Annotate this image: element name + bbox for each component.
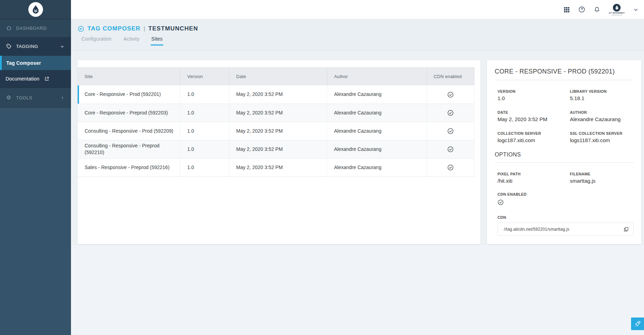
column-header: Author <box>327 67 427 85</box>
sidebar-item-dashboard[interactable]: DASHBOARD <box>0 19 71 37</box>
sidebar-filler <box>0 108 71 111</box>
column-header: CDN enabled <box>427 67 474 85</box>
check-circle-icon <box>447 110 454 116</box>
detail-field: PIXEL PATH /hit.xiti <box>498 172 570 184</box>
options-fields: PIXEL PATH /hit.xiti FILENAME smarttag.j… <box>495 163 634 184</box>
detail-field-value: 1.0 <box>498 95 570 101</box>
sidebar-item-label: Tag Composer <box>6 60 41 66</box>
detail-field: VERSION 1.0 <box>498 89 570 101</box>
sidebar-item-tools[interactable]: ⚙ TOOLS <box>0 88 71 108</box>
detail-field: LIBRARY VERSION 5.18.1 <box>570 89 634 101</box>
table-row[interactable]: Consulting - Responsive - Prod (592209) … <box>78 122 474 140</box>
sidebar-item-label: TOOLS <box>16 95 33 100</box>
tab-configuration[interactable]: Configuration <box>81 36 112 46</box>
apps-grid-icon[interactable] <box>563 6 570 13</box>
detail-field-label: SSL COLLECTION SERVER <box>570 131 634 135</box>
title-row: TAG COMPOSER | TESTMUNCHEN <box>71 19 644 32</box>
detail-field-label: FILENAME <box>570 172 634 176</box>
check-circle-icon <box>447 146 454 153</box>
chevron-down-icon <box>59 44 65 49</box>
detail-field-label: COLLECTION SERVER <box>498 131 570 135</box>
rocket-icon <box>634 320 641 327</box>
cdn-url-field[interactable]: //tag.aticdn.net/592201/smarttag.js <box>498 223 634 236</box>
tab-activity[interactable]: Activity <box>123 36 140 46</box>
cdn-block: CDN //tag.aticdn.net/592201/smarttag.js <box>495 215 634 236</box>
cdn-enabled-label: CDN ENABLED <box>498 192 634 196</box>
table-row[interactable]: Consulting - Responsive - Preprod (59221… <box>78 140 474 158</box>
chevron-down-icon[interactable] <box>633 7 638 12</box>
tag-icon <box>6 43 12 49</box>
sites-table: SiteVersionDateAuthorCDN enabled Core - … <box>78 67 474 177</box>
page-title-app[interactable]: TAG COMPOSER <box>87 25 141 32</box>
sites-table-body: Core - Responsive - Prod (592201) 1.0 Ma… <box>78 85 474 176</box>
table-row[interactable]: Core - Responsive - Preprod (592203) 1.0… <box>78 104 474 122</box>
detail-field: DATE May 2, 2020 3:52 PM <box>498 110 570 122</box>
check-circle-icon <box>498 199 504 205</box>
table-row[interactable]: Core - Responsive - Prod (592201) 1.0 Ma… <box>78 85 474 104</box>
sidebar-item-tag-composer[interactable]: Tag Composer <box>0 56 71 70</box>
detail-field-label: DATE <box>498 110 570 114</box>
tab-sites[interactable]: Sites <box>151 36 163 46</box>
help-icon[interactable] <box>578 6 585 13</box>
detail-field-value: /hit.xiti <box>498 178 570 184</box>
detail-field: COLLECTION SERVER logc187.xiti.com <box>498 131 570 143</box>
check-circle-icon <box>447 91 454 98</box>
detail-field-value: logc187.xiti.com <box>498 137 570 143</box>
gear-icon: ⚙ <box>6 95 12 100</box>
sidebar-logo-band <box>0 0 71 19</box>
check-circle-icon <box>447 128 454 134</box>
external-link-icon <box>44 76 50 81</box>
column-header: Site <box>78 67 180 85</box>
content-area: SiteVersionDateAuthorCDN enabled Core - … <box>71 51 644 245</box>
page-title-site: TESTMUNCHEN <box>148 25 198 32</box>
sidebar: DASHBOARD TAGGING Tag Composer Documenta… <box>0 0 71 335</box>
account-label: AT INTERNET <box>609 12 625 14</box>
copy-icon[interactable] <box>623 226 633 232</box>
back-circle-arrow-icon[interactable] <box>78 26 84 32</box>
sidebar-item-label: Documentation <box>6 76 40 82</box>
notifications-bell-icon[interactable] <box>594 6 600 13</box>
detail-field-value: smarttag.js <box>570 178 634 184</box>
chevron-right-icon <box>59 96 65 100</box>
site-details-panel: CORE - RESPONSIVE - PROD (592201) VERSIO… <box>487 60 641 244</box>
details-title: CORE - RESPONSIVE - PROD (592201) <box>495 68 634 75</box>
cdn-url-value: //tag.aticdn.net/592201/smarttag.js <box>498 227 623 232</box>
home-icon <box>6 25 12 31</box>
detail-field-label: LIBRARY VERSION <box>570 89 634 93</box>
table-header: SiteVersionDateAuthorCDN enabled <box>78 67 474 85</box>
detail-field-value: May 2, 2020 3:52 PM <box>498 116 570 122</box>
detail-field: SSL COLLECTION SERVER logs1187.xiti.com <box>570 131 634 143</box>
tabs: Configuration Activity Sites <box>71 36 644 46</box>
title-separator: | <box>144 25 145 32</box>
rocket-launch-button[interactable] <box>631 317 644 330</box>
topbar: AT INTERNET <box>71 0 644 19</box>
column-header: Version <box>180 67 229 85</box>
table-row[interactable]: Sales - Responsive - Preprod (592216) 1.… <box>78 158 474 176</box>
detail-field-value: logs1187.xiti.com <box>570 137 634 143</box>
detail-field-label: VERSION <box>498 89 570 93</box>
details-fields: VERSION 1.0 LIBRARY VERSION 5.18.1 DATE … <box>495 80 634 143</box>
sidebar-item-label: DASHBOARD <box>16 26 47 31</box>
column-header: Date <box>229 67 327 85</box>
sites-table-card: SiteVersionDateAuthorCDN enabled Core - … <box>78 60 480 244</box>
page-header: TAG COMPOSER | TESTMUNCHEN Configuration… <box>71 19 644 51</box>
sidebar-item-documentation[interactable]: Documentation <box>0 70 71 88</box>
account-tagline <box>611 15 622 15</box>
account-avatar[interactable]: AT INTERNET <box>609 4 625 15</box>
detail-field: AUTHOR Alexandre Cazaurang <box>570 110 634 122</box>
sidebar-item-tagging[interactable]: TAGGING <box>0 37 71 56</box>
options-title: OPTIONS <box>495 152 634 158</box>
detail-field-label: PIXEL PATH <box>498 172 570 176</box>
cdn-enabled-block: CDN ENABLED <box>495 192 634 205</box>
check-circle-icon <box>447 164 454 171</box>
at-internet-drop-logo[interactable] <box>28 2 43 17</box>
sidebar-item-label: TAGGING <box>16 44 38 49</box>
table-header-row: SiteVersionDateAuthorCDN enabled <box>78 67 474 85</box>
cdn-label: CDN <box>498 215 634 219</box>
detail-field: FILENAME smarttag.js <box>570 172 634 184</box>
account-logo-icon <box>613 4 621 12</box>
detail-field-value: 5.18.1 <box>570 95 634 101</box>
detail-field-value: Alexandre Cazaurang <box>570 116 634 122</box>
detail-field-label: AUTHOR <box>570 110 634 114</box>
